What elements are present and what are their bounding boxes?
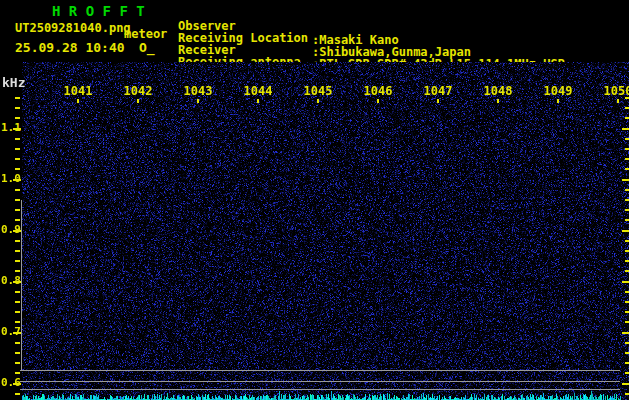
y-tick-mark [15, 291, 20, 293]
y-tick-mark [15, 97, 20, 99]
x-tick-label: 1048 [472, 84, 524, 98]
y-tick-mark-right [625, 148, 629, 150]
y-tick-mark-right [625, 372, 629, 374]
y-tick-mark-right [625, 291, 629, 293]
y-tick-mark [15, 352, 20, 354]
y-axis-unit-label: kHz [2, 75, 25, 90]
output-filename: UT2509281040.png [15, 21, 131, 35]
y-tick-mark [15, 158, 20, 160]
y-tick-mark-right [625, 138, 629, 140]
hrofft-window: H R O F F T UT2509281040.png meteor 25.0… [0, 0, 629, 400]
y-tick-mark-right [625, 260, 629, 262]
x-tick-label: 1046 [352, 84, 404, 98]
y-tick-mark [15, 199, 20, 201]
level-grid-line [20, 389, 620, 390]
y-tick-mark-right [622, 332, 629, 334]
x-tick-label: 1042 [112, 84, 164, 98]
y-tick-mark [13, 128, 21, 130]
x-tick-mark [77, 99, 79, 103]
x-tick-mark [137, 99, 139, 103]
info-row-antenna: Receiving antenna :5el Yagi Az 20 for Ao… [0, 41, 629, 54]
y-tick-mark-right [625, 209, 629, 211]
y-tick-mark-right [622, 128, 629, 130]
x-tick-label: 1047 [412, 84, 464, 98]
y-tick-mark-right [625, 393, 629, 395]
y-tick-mark [15, 270, 20, 272]
y-tick-mark [15, 250, 20, 252]
x-tick-label: 1050 [592, 84, 629, 98]
y-tick-mark [15, 189, 20, 191]
y-tick-mark-right [622, 383, 629, 385]
y-tick-mark-right [625, 117, 629, 119]
y-tick-mark [15, 148, 20, 150]
x-tick-label: 1049 [532, 84, 584, 98]
x-tick-mark [557, 99, 559, 103]
y-tick-mark [15, 138, 20, 140]
y-tick-mark [13, 332, 21, 334]
x-tick-mark [497, 99, 499, 103]
y-tick-mark [15, 260, 20, 262]
x-tick-label: 1044 [232, 84, 284, 98]
y-tick-mark [15, 209, 20, 211]
mode-label: meteor [124, 27, 167, 41]
y-tick-mark [15, 240, 20, 242]
y-tick-mark-right [625, 301, 629, 303]
y-tick-mark [15, 321, 20, 323]
x-tick-mark [437, 99, 439, 103]
y-tick-mark-right [625, 311, 629, 313]
y-tick-mark-right [625, 158, 629, 160]
y-tick-mark-right [625, 168, 629, 170]
y-tick-mark-right [625, 362, 629, 364]
y-tick-mark-right [625, 342, 629, 344]
y-tick-mark-right [625, 270, 629, 272]
y-tick-mark-right [625, 199, 629, 201]
y-tick-mark-right [625, 240, 629, 242]
y-tick-mark [15, 219, 20, 221]
y-tick-mark [13, 383, 21, 385]
y-tick-mark-right [625, 321, 629, 323]
y-tick-mark [15, 107, 20, 109]
y-tick-mark [13, 281, 21, 283]
x-tick-mark [377, 99, 379, 103]
x-tick-mark [317, 99, 319, 103]
y-tick-mark-right [625, 219, 629, 221]
y-tick-mark [13, 230, 21, 232]
y-tick-mark-right [625, 97, 629, 99]
y-tick-mark-right [625, 189, 629, 191]
y-tick-mark [15, 311, 20, 313]
y-tick-mark-right [625, 352, 629, 354]
y-tick-mark [15, 301, 20, 303]
x-tick-mark [617, 99, 619, 103]
y-tick-mark [13, 179, 21, 181]
y-tick-mark [15, 362, 20, 364]
y-tick-mark-right [625, 107, 629, 109]
y-tick-mark-right [622, 281, 629, 283]
level-grid-line [20, 370, 620, 371]
y-tick-mark [15, 393, 20, 395]
y-tick-mark [15, 372, 20, 374]
y-tick-mark [15, 117, 20, 119]
x-tick-label: 1043 [172, 84, 224, 98]
level-grid-line [20, 381, 620, 382]
x-tick-mark [257, 99, 259, 103]
y-tick-mark-right [622, 179, 629, 181]
x-tick-mark [197, 99, 199, 103]
x-tick-label: 1041 [52, 84, 104, 98]
y-tick-mark-right [625, 250, 629, 252]
x-tick-label: 1045 [292, 84, 344, 98]
y-tick-mark-right [622, 230, 629, 232]
spectrogram-canvas [22, 62, 629, 400]
y-tick-mark [15, 342, 20, 344]
y-tick-mark [15, 168, 20, 170]
